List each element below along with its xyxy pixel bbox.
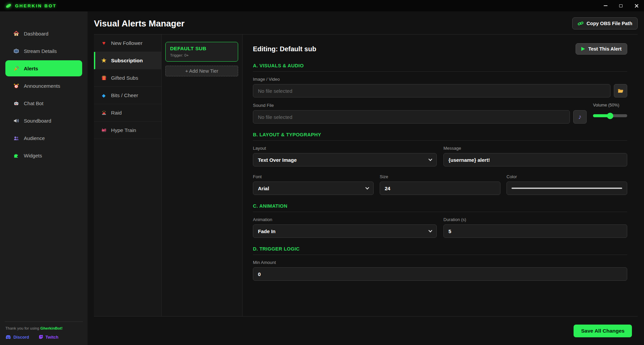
font-select-value: Arial	[258, 186, 269, 191]
maximize-icon	[619, 4, 623, 7]
volume-slider[interactable]	[593, 113, 627, 119]
min-amount-input[interactable]	[253, 267, 627, 281]
sidebar-item-chat-bot[interactable]: Chat Bot	[5, 95, 82, 111]
alert-type-label: Subscription	[111, 58, 143, 64]
color-swatch	[512, 188, 622, 189]
sidebar-item-audience[interactable]: Audience	[5, 130, 82, 146]
diamond-icon: ◆	[101, 93, 107, 98]
volume-thumb[interactable]	[607, 113, 613, 119]
size-input[interactable]	[380, 182, 500, 195]
browse-sound-button[interactable]: ♪	[573, 110, 587, 124]
sound-file-label: Sound File	[253, 103, 587, 108]
alert-type-list: ♥ New Follower ★ Subscription Gifted Sub…	[94, 34, 162, 316]
party-popper-icon	[13, 66, 19, 71]
sidebar-item-label: Alerts	[24, 66, 38, 71]
image-video-input[interactable]	[253, 84, 610, 97]
alarm-clock-icon	[13, 83, 19, 89]
section-title-animation: C. ANIMATION	[253, 203, 627, 212]
minimize-button[interactable]	[598, 0, 613, 11]
color-picker[interactable]	[506, 182, 627, 195]
sidebar-item-label: Stream Details	[24, 48, 57, 54]
alert-type-bits-cheer[interactable]: ◆ Bits / Cheer	[94, 87, 161, 104]
message-input[interactable]	[443, 153, 627, 166]
discord-icon	[5, 335, 11, 339]
close-icon	[634, 4, 639, 8]
sidebar-item-soundboard[interactable]: Soundboard	[5, 113, 82, 129]
browse-image-button[interactable]	[614, 84, 627, 97]
twitch-link[interactable]: Twitch	[39, 335, 59, 340]
sidebar-item-label: Announcements	[24, 83, 60, 89]
tier-list: DEFAULT SUB Trigger: 0+ + Add New Tier	[162, 34, 243, 316]
sidebar-item-label: Dashboard	[24, 31, 48, 37]
tier-card-default-sub[interactable]: DEFAULT SUB Trigger: 0+	[165, 42, 238, 62]
puzzle-icon	[13, 153, 19, 158]
bottom-bar: Save All Changes	[94, 316, 638, 345]
duration-label: Duration (s)	[443, 217, 627, 222]
duration-input[interactable]	[443, 224, 627, 238]
tier-name: DEFAULT SUB	[170, 46, 233, 51]
close-button[interactable]	[629, 0, 644, 11]
chevron-down-icon	[428, 157, 432, 161]
sidebar-item-announcements[interactable]: Announcements	[5, 78, 82, 94]
play-icon	[581, 47, 585, 51]
people-icon	[13, 135, 19, 141]
size-label: Size	[380, 174, 500, 179]
alert-type-label: Raid	[111, 110, 122, 116]
alert-type-label: Gifted Subs	[111, 75, 138, 81]
save-all-changes-button[interactable]: Save All Changes	[574, 325, 632, 337]
copy-obs-path-button[interactable]: Copy OBS File Path	[572, 17, 638, 29]
sidebar-item-stream-details[interactable]: Stream Details	[5, 43, 82, 59]
animation-select[interactable]: Fade In	[253, 224, 437, 238]
alert-type-raid[interactable]: Raid	[94, 104, 161, 122]
minimize-icon	[604, 5, 607, 6]
sidebar-item-label: Chat Bot	[24, 100, 43, 106]
alert-type-gifted-subs[interactable]: Gifted Subs	[94, 69, 161, 87]
section-title-trigger-logic: D. TRIGGER LOGIC	[253, 246, 627, 255]
discord-link[interactable]: Discord	[5, 335, 29, 340]
alert-editor: Editing: Default sub Test This Alert A. …	[243, 34, 638, 316]
alert-type-hype-train[interactable]: Hype Train	[94, 122, 161, 139]
page-header: Visual Alerts Manager Copy OBS File Path	[94, 11, 638, 34]
siren-icon	[101, 110, 107, 116]
tv-icon	[13, 48, 19, 54]
page-title: Visual Alerts Manager	[94, 18, 184, 29]
editor-title: Editing: Default sub	[253, 45, 316, 53]
sidebar-item-label: Soundboard	[24, 118, 51, 124]
alert-type-subscription[interactable]: ★ Subscription	[94, 52, 161, 69]
sidebar-item-widgets[interactable]: Widgets	[5, 147, 82, 163]
alert-type-label: New Follower	[111, 40, 143, 46]
add-new-tier-button[interactable]: + Add New Tier	[165, 66, 238, 76]
heart-icon: ♥	[101, 40, 107, 46]
font-label: Font	[253, 174, 374, 179]
volume-label: Volume (50%)	[593, 103, 627, 108]
gift-icon	[101, 75, 107, 81]
app-brand: GHERKIN BOT	[5, 3, 57, 9]
house-icon	[13, 31, 19, 37]
alert-type-new-follower[interactable]: ♥ New Follower	[94, 34, 161, 52]
twitch-icon	[39, 335, 43, 340]
sound-file-input[interactable]	[253, 110, 570, 124]
train-icon	[101, 128, 107, 133]
layout-select[interactable]: Text Over Image	[253, 153, 437, 166]
animation-select-value: Fade In	[258, 228, 276, 234]
sidebar-item-alerts[interactable]: Alerts	[5, 60, 82, 76]
layout-label: Layout	[253, 146, 437, 151]
gherkin-logo-icon	[5, 3, 12, 9]
folder-icon	[618, 88, 624, 94]
copy-obs-path-label: Copy OBS File Path	[587, 21, 632, 26]
thanks-text: Thank you for using GherkinBot!	[5, 326, 82, 330]
chevron-down-icon	[428, 228, 432, 232]
font-select[interactable]: Arial	[253, 182, 374, 195]
maximize-button[interactable]	[613, 0, 629, 11]
test-alert-button[interactable]: Test This Alert	[576, 43, 627, 55]
sidebar-item-dashboard[interactable]: Dashboard	[5, 25, 82, 42]
sidebar: Dashboard Stream Details Alerts Announce…	[0, 11, 88, 345]
content-area: ♥ New Follower ★ Subscription Gifted Sub…	[94, 34, 638, 316]
main-panel: Visual Alerts Manager Copy OBS File Path…	[88, 11, 644, 345]
tier-trigger: Trigger: 0+	[170, 53, 233, 57]
brand-name: GherkinBot!	[40, 326, 62, 330]
chevron-down-icon	[365, 186, 369, 189]
alert-type-label: Hype Train	[111, 127, 136, 133]
section-title-layout-typography: B. LAYOUT & TYPOGRAPHY	[253, 132, 627, 141]
layout-select-value: Text Over Image	[258, 157, 297, 163]
